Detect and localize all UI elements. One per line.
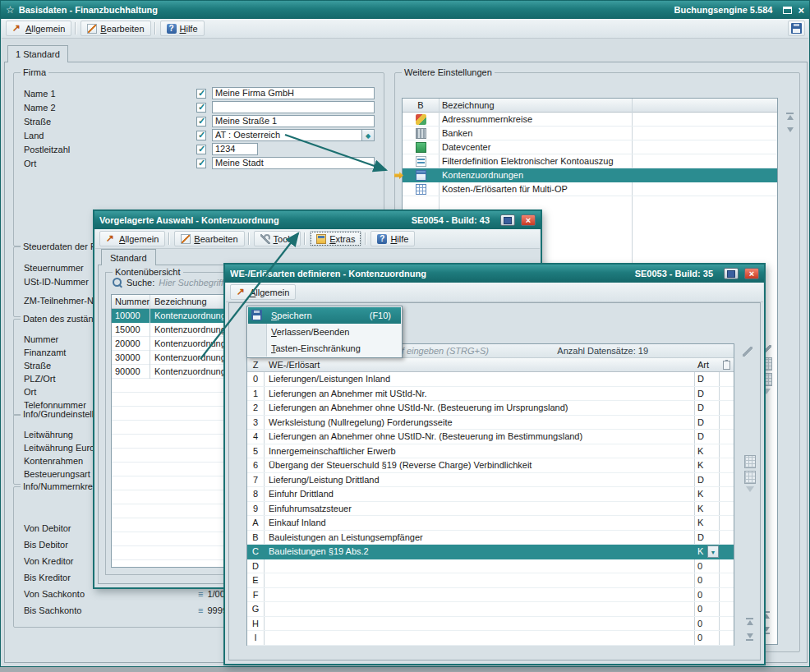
arrow-icon (106, 234, 116, 244)
menu-button-label: Bearbeiten (194, 234, 237, 244)
close-button[interactable] (521, 214, 536, 226)
column-header-z[interactable]: Z (247, 360, 264, 370)
table-row[interactable]: G 0 (247, 602, 734, 617)
table-row[interactable]: 3 Werksleistung (Nullregelung) Forderung… (247, 416, 734, 430)
checkbox-checked[interactable] (196, 131, 206, 140)
field-label: Name 2 (24, 103, 196, 113)
text-input[interactable]: Meine Firma GmbH (212, 87, 375, 99)
checkbox-checked[interactable] (196, 103, 206, 113)
cell-erloesart: Lieferungen an Abnehmer ohne UStId-Nr. (… (264, 403, 694, 412)
tab-label: 1 Standard (16, 49, 60, 59)
table-row[interactable]: 2 Lieferungen an Abnehmer ohne UStId-Nr.… (247, 401, 734, 416)
banken-icon (416, 128, 426, 139)
table-row[interactable]: I 0 (247, 631, 734, 646)
table-row[interactable]: 5 Innergemeinschaftlicher Erwerb K (247, 444, 734, 459)
help-icon (167, 24, 177, 34)
save-button[interactable] (788, 21, 805, 36)
column-header-bezeichnung[interactable]: Bezeichnung (439, 100, 495, 110)
menu-button[interactable]: Tools (254, 231, 301, 246)
keypad-icon[interactable] (744, 455, 756, 468)
form-row: Name 1 Meine Firma GmbH (14, 86, 384, 100)
column-header-erloesart[interactable]: WE-/Erlösart (264, 360, 694, 370)
restore-button[interactable] (500, 214, 515, 226)
menu-button[interactable]: Bearbeiten (81, 21, 150, 36)
scroll-up-icon[interactable] (745, 618, 754, 625)
table-row[interactable]: A Einkauf Inland K (247, 516, 734, 531)
table-row[interactable]: Datevcenter (403, 140, 777, 154)
table-row[interactable]: D 0 (247, 559, 734, 574)
column-header-bezeichnung[interactable]: Bezeichnung (150, 297, 207, 306)
table-row[interactable]: 9 Einfuhrumsatzsteuer K (247, 502, 734, 517)
funnel-icon[interactable] (746, 486, 754, 492)
cell-bezeichnung: Kontenzuordnung (150, 366, 226, 376)
scroll-down-icon[interactable] (785, 127, 794, 132)
arrow-icon (12, 24, 22, 34)
table-row[interactable]: 8 Einfuhr Drittland K (247, 487, 734, 502)
column-header-nummer[interactable]: Nummer (112, 297, 150, 306)
checkbox-checked[interactable] (196, 89, 206, 99)
menu-button[interactable]: Hilfe (370, 231, 415, 246)
text-input[interactable]: Meine Straße 1 (212, 115, 375, 127)
settings-rows: Adressnummernkreise Banken (403, 113, 777, 196)
build-label: SE0054 - Build: 43 (412, 215, 490, 225)
menu-button[interactable]: Allgemein (99, 231, 165, 246)
table-row[interactable]: 0 Lieferungen/Leistungen Inland D (247, 372, 734, 387)
checkbox-checked[interactable] (196, 117, 206, 127)
cell-z: 9 (247, 504, 264, 513)
restore-icon[interactable] (783, 7, 792, 14)
table-row[interactable]: B Bauleistungen an Leistungsempfänger D (247, 531, 734, 545)
table-row[interactable]: 4 Lieferungen an Abnehmer ohne UStID-Nr.… (247, 430, 734, 444)
cell-art: 0 (694, 575, 719, 585)
table-row[interactable]: Adressnummernkreise (403, 113, 777, 127)
menu-button[interactable]: Bearbeiten (174, 231, 244, 246)
art-dropdown-button[interactable] (707, 545, 719, 558)
table-row[interactable]: H 0 (247, 617, 734, 632)
menu-item[interactable]: Speichern (F10) (248, 307, 401, 324)
text-input[interactable]: AT : Oesterreich (212, 129, 375, 141)
restore-button[interactable] (724, 268, 739, 279)
table-row[interactable]: C Bauleistungen §19 Abs.2 K (247, 545, 734, 559)
close-button[interactable] (744, 268, 759, 279)
table-row[interactable]: F 0 (247, 588, 734, 603)
scroll-bottom-icon[interactable] (745, 633, 754, 641)
menu-button[interactable]: Allgemein (230, 284, 296, 300)
menu-button[interactable]: Hilfe (160, 21, 205, 36)
form-row: Land AT : Oesterreich (14, 128, 384, 142)
text-input[interactable] (212, 101, 375, 113)
table-row[interactable]: Banken (403, 127, 777, 140)
field-label: Nummer (24, 334, 58, 344)
text-input[interactable]: Meine Stadt (212, 157, 375, 169)
table-row[interactable]: Kontenzuordnungen (403, 168, 777, 182)
menu-button[interactable]: Extras (310, 231, 361, 246)
keypad-icon[interactable] (744, 471, 756, 484)
table-row[interactable]: 7 Lieferung/Leistung Drittland D (247, 473, 734, 488)
input-value: AT : Oesterreich (215, 130, 280, 140)
checkbox-checked[interactable] (196, 159, 206, 168)
menu-item[interactable]: Verlassen/Beenden (248, 324, 401, 340)
side-tools (744, 455, 756, 492)
menu-item[interactable]: Tasten-Einschränkung (248, 340, 401, 357)
field-label: Straße (24, 117, 196, 127)
table-row[interactable]: Kosten-/Erlösarten für Multi-OP (403, 182, 777, 196)
table-row[interactable]: 1 Lieferungen an Abnehmer mit UStId-Nr. … (247, 387, 734, 402)
table-row[interactable]: 6 Übergang der Steuerschuld §19 (Reverse… (247, 458, 734, 473)
paste-column-header[interactable] (719, 361, 734, 370)
dropdown-button[interactable] (361, 129, 375, 141)
cell-erloesart: Einfuhr Drittland (264, 489, 694, 499)
row-label: Kosten-/Erlösarten für Multi-OP (439, 184, 568, 194)
table-row[interactable]: E 0 (247, 573, 734, 588)
scroll-to-top-icon[interactable] (785, 113, 794, 120)
table-header: B Bezeichnung (403, 99, 777, 113)
menu-button[interactable]: Allgemein (6, 21, 71, 36)
column-header-b[interactable]: B (403, 100, 439, 110)
pencil-icon[interactable] (743, 347, 752, 357)
row-label: Kontenzuordnungen (439, 170, 523, 180)
checkbox-checked[interactable] (196, 145, 206, 154)
cell-z: F (247, 590, 264, 600)
column-header-art[interactable]: Art (694, 360, 719, 370)
tab-standard[interactable]: Standard (101, 249, 156, 265)
text-input[interactable]: 1234 (212, 143, 258, 155)
close-icon[interactable]: × (798, 5, 804, 16)
table-row[interactable]: Filterdefinition Elektronischer Kontoaus… (403, 154, 777, 168)
tab-standard[interactable]: 1 Standard (7, 45, 68, 62)
